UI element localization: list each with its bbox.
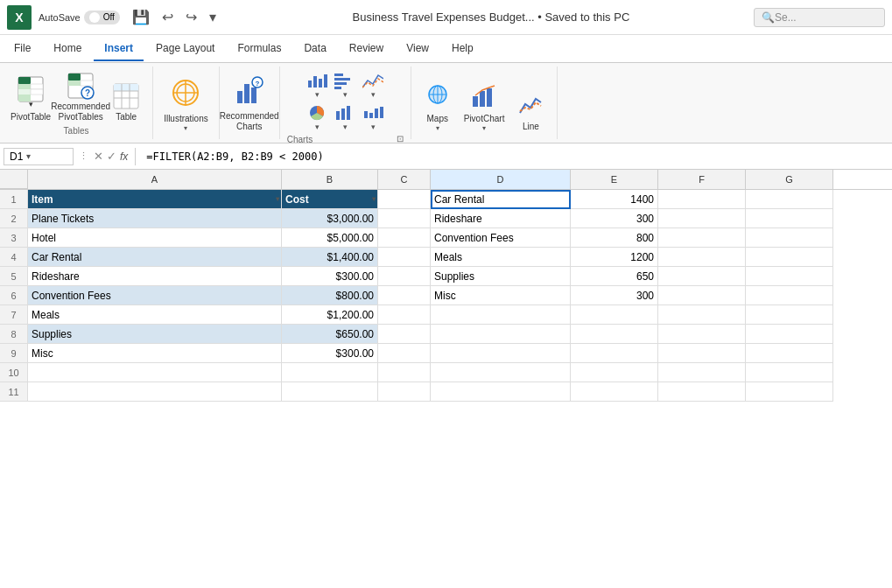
formula-input[interactable] bbox=[143, 149, 888, 164]
cell-a3[interactable]: Hotel bbox=[28, 228, 282, 248]
maps-button[interactable]: Maps ▾ bbox=[418, 82, 457, 134]
cell-f9[interactable] bbox=[658, 344, 746, 363]
cell-reference-box[interactable]: D1 ▾ bbox=[4, 148, 74, 165]
cell-a8[interactable]: Supplies bbox=[28, 325, 282, 344]
col-header-g[interactable]: G bbox=[746, 170, 833, 189]
cell-c9[interactable] bbox=[378, 344, 431, 363]
table-button[interactable]: Table bbox=[107, 80, 145, 124]
tab-formulas[interactable]: Formulas bbox=[227, 37, 291, 61]
tab-data[interactable]: Data bbox=[293, 37, 336, 61]
cell-b5[interactable]: $300.00 bbox=[282, 267, 378, 286]
cell-b3[interactable]: $5,000.00 bbox=[282, 228, 378, 248]
cell-a6[interactable]: Convention Fees bbox=[28, 286, 282, 305]
cell-e5[interactable]: 650 bbox=[571, 267, 658, 286]
cell-d5[interactable]: Supplies bbox=[431, 267, 571, 286]
redo-button[interactable]: ↪ bbox=[182, 7, 200, 27]
cell-f1[interactable] bbox=[658, 190, 746, 209]
cell-b9[interactable]: $300.00 bbox=[282, 344, 378, 363]
cell-g11[interactable] bbox=[746, 382, 833, 402]
vertical-dots-icon[interactable]: ⋮ bbox=[77, 150, 90, 162]
waterfall-chart-button[interactable]: ▾ bbox=[361, 102, 385, 133]
col-header-d[interactable]: D bbox=[431, 170, 571, 189]
pivottable-button[interactable]: ▾ PivotTable bbox=[7, 74, 54, 124]
cell-b11[interactable] bbox=[282, 382, 378, 402]
cell-b6[interactable]: $800.00 bbox=[282, 286, 378, 305]
cell-d6[interactable]: Misc bbox=[431, 286, 571, 305]
cell-f7[interactable] bbox=[658, 305, 746, 325]
cell-g3[interactable] bbox=[746, 228, 833, 248]
cell-d8[interactable] bbox=[431, 325, 571, 344]
col-header-e[interactable]: E bbox=[571, 170, 658, 189]
cell-d1[interactable]: Car Rental bbox=[431, 190, 571, 209]
cell-d2[interactable]: Rideshare bbox=[431, 209, 571, 228]
cell-g9[interactable] bbox=[746, 344, 833, 363]
cell-b10[interactable] bbox=[282, 363, 378, 382]
cell-f2[interactable] bbox=[658, 209, 746, 228]
col-header-c[interactable]: C bbox=[378, 170, 431, 189]
cell-c4[interactable] bbox=[378, 248, 431, 267]
tab-help[interactable]: Help bbox=[441, 37, 484, 61]
cell-e4[interactable]: 1200 bbox=[571, 248, 658, 267]
col-header-b[interactable]: B bbox=[282, 170, 378, 189]
col-header-f[interactable]: F bbox=[658, 170, 746, 189]
cell-e10[interactable] bbox=[571, 363, 658, 382]
autosave-toggle[interactable]: Off bbox=[84, 10, 120, 24]
cell-c6[interactable] bbox=[378, 286, 431, 305]
cell-g4[interactable] bbox=[746, 248, 833, 267]
cell-c10[interactable] bbox=[378, 363, 431, 382]
line-chart-button[interactable]: Line bbox=[511, 90, 550, 134]
bar-chart-button[interactable]: ▾ bbox=[333, 70, 357, 101]
cell-b8[interactable]: $650.00 bbox=[282, 325, 378, 344]
cell-a5[interactable]: Rideshare bbox=[28, 267, 282, 286]
cell-g10[interactable] bbox=[746, 363, 833, 382]
col-header-a[interactable]: A bbox=[28, 170, 282, 189]
cell-g6[interactable] bbox=[746, 286, 833, 305]
tab-page-layout[interactable]: Page Layout bbox=[145, 37, 225, 61]
cell-e1[interactable]: 1400 bbox=[571, 190, 658, 209]
cell-a2[interactable]: Plane Tickets bbox=[28, 209, 282, 228]
cell-d7[interactable] bbox=[431, 305, 571, 325]
tab-insert[interactable]: Insert bbox=[94, 37, 144, 61]
cell-d3[interactable]: Convention Fees bbox=[431, 228, 571, 248]
cell-e7[interactable] bbox=[571, 305, 658, 325]
search-box[interactable]: 🔍 Se... bbox=[754, 8, 885, 27]
recommended-pivottables-button[interactable]: ? Recommended PivotTables bbox=[58, 70, 103, 124]
cell-g2[interactable] bbox=[746, 209, 833, 228]
cell-f3[interactable] bbox=[658, 228, 746, 248]
cell-g1[interactable] bbox=[746, 190, 833, 209]
cell-c8[interactable] bbox=[378, 325, 431, 344]
cell-c1[interactable] bbox=[378, 190, 431, 209]
recommended-charts-button[interactable]: ? Recommended Charts bbox=[227, 74, 272, 134]
column-chart-button[interactable]: ▾ bbox=[305, 70, 329, 101]
cell-f5[interactable] bbox=[658, 267, 746, 286]
cell-e2[interactable]: 300 bbox=[571, 209, 658, 228]
cell-f6[interactable] bbox=[658, 286, 746, 305]
tab-home[interactable]: Home bbox=[43, 37, 92, 61]
function-icon[interactable]: fx bbox=[120, 150, 128, 163]
cell-ref-dropdown[interactable]: ▾ bbox=[26, 151, 31, 161]
cell-f8[interactable] bbox=[658, 325, 746, 344]
scatter-chart-button[interactable]: ▾ bbox=[333, 102, 357, 133]
cell-a7[interactable]: Meals bbox=[28, 305, 282, 325]
cell-a4[interactable]: Car Rental bbox=[28, 248, 282, 267]
cell-b4[interactable]: $1,400.00 bbox=[282, 248, 378, 267]
cell-g8[interactable] bbox=[746, 325, 833, 344]
cell-a1[interactable]: Item ▾ bbox=[28, 190, 282, 209]
cell-g7[interactable] bbox=[746, 305, 833, 325]
cell-e11[interactable] bbox=[571, 382, 658, 402]
cell-e8[interactable] bbox=[571, 325, 658, 344]
cell-a11[interactable] bbox=[28, 382, 282, 402]
cell-g5[interactable] bbox=[746, 267, 833, 286]
cell-c2[interactable] bbox=[378, 209, 431, 228]
pie-chart-button[interactable]: ▾ bbox=[305, 102, 329, 133]
cell-b1[interactable]: Cost ▾ bbox=[282, 190, 378, 209]
area-chart-button[interactable]: ▾ bbox=[361, 70, 385, 101]
cell-e9[interactable] bbox=[571, 344, 658, 363]
cell-c7[interactable] bbox=[378, 305, 431, 325]
cell-c5[interactable] bbox=[378, 267, 431, 286]
cell-a10[interactable] bbox=[28, 363, 282, 382]
cell-d10[interactable] bbox=[431, 363, 571, 382]
tab-view[interactable]: View bbox=[396, 37, 439, 61]
cell-b2[interactable]: $3,000.00 bbox=[282, 209, 378, 228]
cell-e6[interactable]: 300 bbox=[571, 286, 658, 305]
